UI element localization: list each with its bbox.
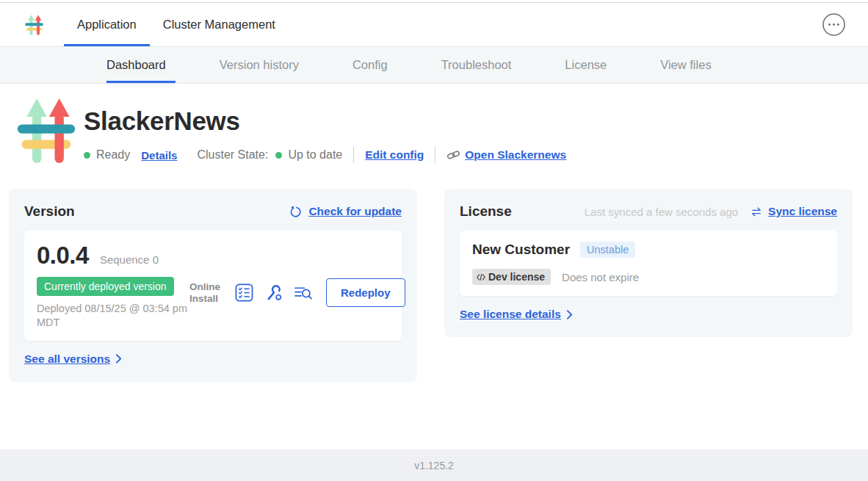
tab-version-history-label: Version history (220, 58, 299, 72)
check-for-update-link[interactable]: Check for update (308, 205, 402, 218)
deployed-timestamp: Deployed 08/15/25 @ 03:54 pm MDT (37, 302, 189, 330)
app-logo-icon[interactable] (24, 14, 44, 36)
checklist-icon (235, 283, 253, 302)
version-actions: Online Install (189, 277, 405, 307)
page-title: SlackerNews (84, 106, 566, 136)
deployed-status-badge: Currently deployed version (37, 277, 174, 296)
sync-arrows-icon (751, 207, 762, 217)
customer-name: New Customer (472, 242, 570, 258)
top-tab-cluster-management[interactable]: Cluster Management (150, 3, 289, 46)
view-config-button[interactable] (264, 283, 283, 302)
last-synced-text: Last synced a few seconds ago (585, 206, 738, 218)
tab-view-files-label: View files (660, 58, 711, 72)
overflow-menu-button[interactable] (822, 12, 846, 37)
edit-config-link[interactable]: Edit config (365, 148, 424, 162)
top-tab-cluster-management-label: Cluster Management (163, 18, 275, 32)
top-nav-tabs: Application Cluster Management (64, 3, 289, 46)
deployed-info: Currently deployed version Deployed 08/1… (37, 277, 189, 330)
top-nav: Application Cluster Management (0, 3, 868, 46)
cluster-state-label: Cluster State: (197, 148, 268, 162)
top-tab-application-label: Application (77, 18, 137, 32)
tab-troubleshoot[interactable]: Troubleshoot (441, 47, 512, 83)
tab-config-label: Config (352, 58, 388, 72)
divider (353, 147, 354, 163)
version-number-row: 0.0.4 Sequence 0 (37, 242, 389, 270)
license-type-badge: Dev license (472, 269, 551, 285)
see-all-versions-link[interactable]: See all versions (24, 352, 122, 366)
tab-view-files[interactable]: View files (660, 47, 711, 83)
console-version: v1.125.2 (414, 460, 454, 471)
dashboard-content: SlackerNews Ready Details Cluster State:… (0, 84, 868, 382)
version-number: 0.0.4 (37, 242, 89, 270)
open-app-link-label: Open Slackernews (465, 148, 566, 162)
open-app-link[interactable]: Open Slackernews (446, 148, 566, 162)
channel-badge: Unstable (580, 242, 635, 258)
app-sub-nav: Dashboard Version history Config Trouble… (0, 46, 868, 84)
version-card-header: Version Check for update (24, 203, 402, 220)
code-icon (476, 273, 486, 281)
version-card-title: Version (24, 203, 75, 220)
current-version-panel: 0.0.4 Sequence 0 Currently deployed vers… (24, 231, 402, 341)
cluster-state-value: Up to date (288, 148, 342, 162)
redeploy-button[interactable]: Redeploy (326, 278, 405, 307)
cluster-state-dot (275, 152, 282, 159)
tab-config[interactable]: Config (352, 47, 388, 83)
app-header: SlackerNews Ready Details Cluster State:… (0, 84, 868, 167)
app-logo-large (15, 95, 78, 167)
version-sequence: Sequence 0 (100, 253, 159, 266)
preflight-checks-button[interactable] (235, 283, 253, 302)
view-logs-button[interactable] (294, 284, 314, 302)
customer-row: New Customer Unstable (472, 242, 825, 258)
link-chain-icon (446, 150, 460, 160)
version-detail-row: Currently deployed version Deployed 08/1… (37, 277, 389, 330)
console-footer: v1.125.2 (0, 449, 868, 481)
tab-troubleshoot-label: Troubleshoot (441, 58, 512, 72)
dashboard-cards: Version Check for update 0.0.4 Sequence … (0, 167, 868, 382)
license-card-title: License (460, 203, 512, 220)
tab-dashboard-label: Dashboard (106, 58, 166, 72)
see-license-details-link[interactable]: See license details (460, 308, 573, 321)
see-license-details-label: See license details (460, 308, 561, 321)
sync-license-action[interactable]: Sync license (751, 205, 837, 218)
version-action-icons (235, 283, 314, 302)
tab-license[interactable]: License (565, 47, 607, 83)
tab-version-history[interactable]: Version history (220, 47, 299, 83)
status-details-link[interactable]: Details (141, 149, 177, 162)
chevron-right-icon (566, 309, 573, 320)
log-search-icon (294, 284, 314, 302)
ellipsis-icon (822, 12, 846, 37)
install-type-label: Online Install (189, 281, 226, 304)
sync-license-link[interactable]: Sync license (768, 205, 837, 218)
app-status-dot (84, 152, 90, 159)
version-card: Version Check for update 0.0.4 Sequence … (9, 189, 417, 382)
chevron-right-icon (115, 353, 122, 364)
tab-dashboard[interactable]: Dashboard (106, 47, 166, 83)
license-card-header: License Last synced a few seconds ago Sy… (460, 203, 837, 220)
divider (435, 147, 435, 163)
license-type-row: Dev license Does not expire (472, 269, 825, 285)
license-card: License Last synced a few seconds ago Sy… (444, 189, 853, 337)
license-details-panel: New Customer Unstable Dev license (460, 231, 837, 296)
refresh-icon (289, 206, 302, 218)
app-status-row: Ready Details Cluster State: Up to date … (84, 147, 566, 163)
top-tab-application[interactable]: Application (64, 3, 150, 46)
license-expiration: Does not expire (562, 271, 639, 283)
check-for-update-action[interactable]: Check for update (289, 205, 402, 218)
see-all-versions-label: See all versions (24, 352, 110, 366)
app-status-text: Ready (96, 148, 130, 162)
tab-license-label: License (565, 58, 607, 72)
wrench-gear-icon (264, 283, 283, 302)
license-type-label: Dev license (488, 271, 545, 283)
